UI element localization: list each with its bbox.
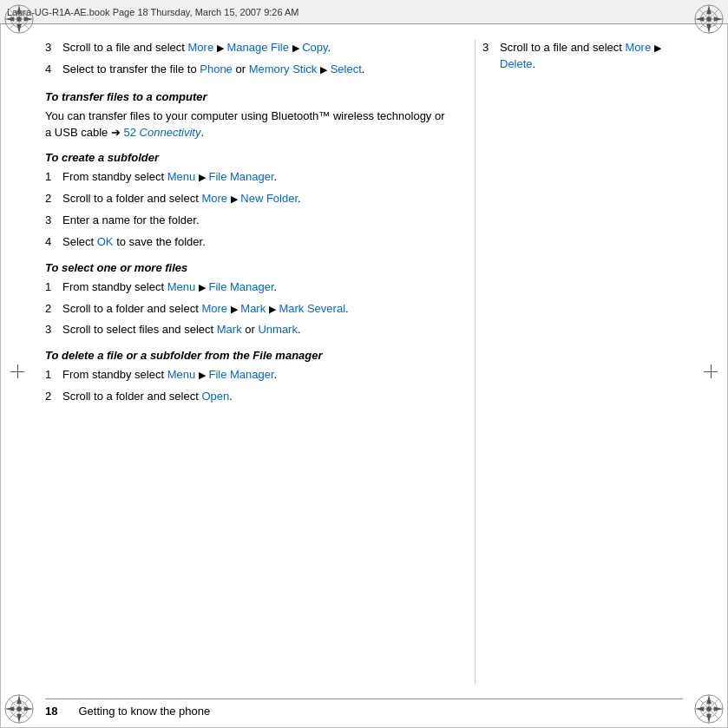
footer: 18 Getting to know the phone (45, 698, 683, 718)
header-text: Laura-UG-R1A-AE.book Page 18 Thursday, M… (7, 7, 299, 17)
delete-step-2: 2 Scroll to a folder and select Open. (45, 389, 454, 405)
footer-page-number: 18 (45, 705, 57, 718)
select-step-2: 2 Scroll to a folder and select More ▶ M… (45, 301, 454, 318)
section-transfer-body: You can transfer files to your computer … (45, 108, 454, 141)
compass-bl (3, 692, 36, 725)
svg-point-10 (16, 16, 22, 22)
subfolder-step-3: 3 Enter a name for the folder. (45, 213, 454, 229)
delete-step-text-2: Scroll to a folder and select Open. (62, 389, 233, 405)
subfolder-step-1: 1 From standby select Menu ▶ File Manage… (45, 169, 454, 186)
section-delete-title: To delete a file or a subfolder from the… (45, 349, 454, 362)
section-delete: To delete a file or a subfolder from the… (45, 349, 454, 405)
step-4: 4 Select to transfer the file to Phone o… (45, 62, 454, 78)
link-more-subfolder: More (201, 192, 227, 205)
step-num-4: 4 (45, 62, 57, 78)
section-create-subfolder: To create a subfolder 1 From standby sel… (45, 151, 454, 250)
compass-tl (3, 3, 36, 36)
section-subfolder-title: To create a subfolder (45, 151, 454, 164)
svg-marker-30 (6, 706, 14, 712)
link-file-manager-1: File Manager (208, 170, 273, 183)
link-mark-several: Mark Several (279, 302, 345, 315)
svg-marker-7 (16, 24, 22, 33)
select-step-text-1: From standby select Menu ▶ File Manager. (62, 279, 277, 296)
delete-step-num-1: 1 (45, 367, 57, 384)
subfolder-step-text-3: Enter a name for the folder. (62, 213, 200, 229)
select-step-num-3: 3 (45, 322, 57, 338)
subfolder-step-text-2: Scroll to a folder and select More ▶ New… (62, 191, 301, 207)
subfolder-step-text-4: Select OK to save the folder. (62, 234, 206, 251)
select-step-3: 3 Scroll to select files and select Mark… (45, 322, 454, 338)
section-transfer-title: To transfer files to a computer (45, 90, 454, 103)
subfolder-step-4: 4 Select OK to save the folder. (45, 234, 454, 251)
right-step-num-3: 3 (482, 40, 495, 73)
svg-marker-8 (6, 16, 14, 22)
right-column: 3 Scroll to a file and select More ▶ Del… (475, 40, 683, 685)
subfolder-step-num-3: 3 (45, 213, 57, 229)
link-menu-3: Menu (167, 368, 196, 381)
select-step-text-3: Scroll to select files and select Mark o… (62, 322, 301, 338)
link-menu-2: Menu (167, 280, 196, 293)
select-step-1: 1 From standby select Menu ▶ File Manage… (45, 279, 454, 296)
svg-marker-39 (706, 696, 712, 705)
compass-br (692, 692, 725, 725)
svg-marker-41 (696, 706, 705, 712)
delete-step-num-2: 2 (45, 389, 57, 405)
link-more-1: More (188, 41, 214, 54)
subfolder-step-num-2: 2 (45, 191, 57, 207)
link-menu-1: Menu (167, 170, 196, 183)
left-column: 3 Scroll to a file and select More ▶ Man… (45, 40, 475, 685)
footer-section-text: Getting to know the phone (78, 705, 210, 718)
delete-step-text-1: From standby select Menu ▶ File Manager. (62, 367, 277, 384)
link-file-manager-3: File Manager (208, 368, 273, 381)
main-content: 3 Scroll to a file and select More ▶ Man… (45, 24, 683, 685)
section-select-files: To select one or more files 1 From stand… (45, 261, 454, 339)
step-3-copy: 3 Scroll to a file and select More ▶ Man… (45, 40, 454, 56)
svg-point-43 (706, 706, 712, 712)
svg-marker-17 (706, 6, 712, 14)
svg-marker-19 (696, 16, 705, 22)
section-transfer: To transfer files to a computer You can … (45, 90, 454, 141)
select-step-num-2: 2 (45, 301, 57, 318)
subfolder-step-2: 2 Scroll to a folder and select More ▶ N… (45, 191, 454, 207)
link-mark-2: Mark (217, 323, 242, 336)
svg-point-32 (16, 706, 22, 712)
select-step-num-1: 1 (45, 279, 57, 296)
link-unmark: Unmark (258, 323, 298, 336)
crosshair-mid-right (704, 364, 718, 378)
crosshair-mid-left (10, 364, 24, 378)
svg-marker-31 (24, 706, 33, 712)
right-link-delete: Delete (500, 57, 533, 70)
link-open: Open (201, 390, 229, 403)
section-select-title: To select one or more files (45, 261, 454, 274)
svg-marker-28 (16, 696, 22, 705)
svg-marker-6 (16, 6, 22, 14)
subfolder-step-num-4: 4 (45, 234, 57, 251)
svg-marker-42 (714, 706, 723, 712)
svg-marker-20 (714, 16, 723, 22)
select-step-text-2: Scroll to a folder and select More ▶ Mar… (62, 301, 349, 318)
link-select: Select (331, 62, 362, 75)
svg-marker-29 (16, 714, 22, 723)
link-ok: OK (97, 235, 114, 248)
delete-step-1: 1 From standby select Menu ▶ File Manage… (45, 367, 454, 384)
link-memory-stick: Memory Stick (249, 62, 318, 75)
svg-marker-18 (706, 24, 712, 33)
right-step-text-3: Scroll to a file and select More ▶ Delet… (500, 40, 683, 73)
compass-tr (692, 3, 725, 36)
step-text-4: Select to transfer the file to Phone or … (62, 62, 364, 78)
svg-marker-40 (706, 714, 712, 723)
subfolder-step-num-1: 1 (45, 169, 57, 186)
link-copy: Copy (302, 41, 327, 54)
step-num-3-copy: 3 (45, 40, 57, 56)
header-bar: Laura-UG-R1A-AE.book Page 18 Thursday, M… (0, 0, 728, 24)
link-more-2: More (201, 302, 227, 315)
link-file-manager-2: File Manager (208, 280, 273, 293)
svg-point-21 (706, 16, 712, 22)
link-phone: Phone (200, 62, 233, 75)
link-new-folder: New Folder (240, 192, 298, 205)
svg-marker-9 (24, 16, 33, 22)
step-text-3-copy: Scroll to a file and select More ▶ Manag… (62, 40, 331, 56)
link-connectivity: 52 Connectivity (124, 126, 201, 139)
link-mark: Mark (240, 302, 266, 315)
link-manage-file: Manage File (226, 41, 289, 54)
